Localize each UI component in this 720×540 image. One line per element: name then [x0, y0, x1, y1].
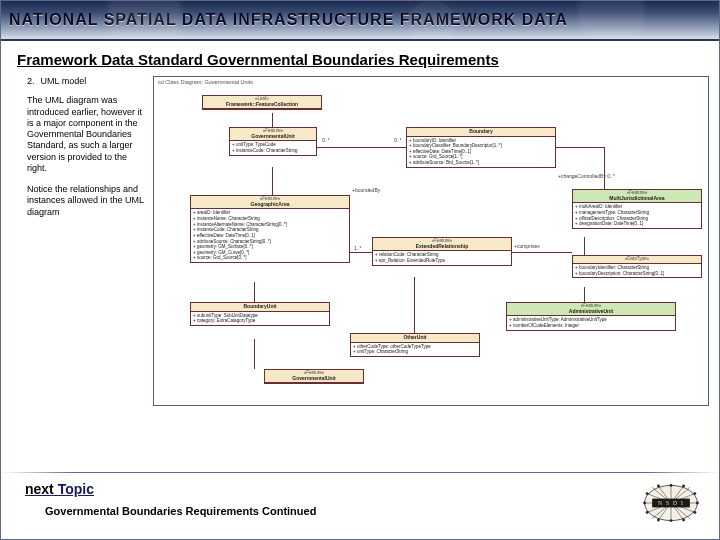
- class-multijurisdictionalarea: «Feature»MultiJurisdictionalArea + multi…: [572, 189, 702, 229]
- nsdi-logo: N S D I: [639, 481, 703, 525]
- svg-point-10: [693, 492, 696, 495]
- class-otherunit: OtherUnit + otherCodeType: otherCodeType…: [350, 333, 480, 357]
- svg-point-14: [670, 519, 673, 522]
- connector: [414, 277, 415, 333]
- connector: [584, 287, 585, 302]
- connector: [254, 282, 255, 302]
- class-boundary: Boundary + boundaryID: Identifier + boun…: [406, 127, 556, 168]
- connector: [604, 147, 605, 189]
- role-changecontrolledby: +changeControlledBy 0..*: [558, 173, 615, 179]
- svg-point-11: [646, 511, 649, 514]
- connector: [584, 237, 585, 255]
- role-boundedby: +boundedBy: [352, 187, 380, 193]
- class-boundaryunit: BoundaryUnit + subunitType: SubUnitDatat…: [190, 302, 330, 326]
- svg-point-9: [646, 492, 649, 495]
- multiplicity: 0..*: [394, 137, 402, 143]
- class-framework-featurecollection: «Leaf»Framework::FeatureCollection: [202, 95, 322, 110]
- next-label-prefix: next: [25, 481, 54, 497]
- side-paragraph-2: Notice the relationships and instances a…: [27, 184, 147, 218]
- connector: [556, 147, 604, 148]
- body-row: 2. UML model The UML diagram was introdu…: [1, 72, 719, 406]
- diagram-title: cd Class Diagram: Governmental Units: [158, 79, 253, 85]
- connector: [317, 147, 406, 148]
- svg-point-19: [657, 519, 660, 522]
- role-comprises: +comprises: [514, 243, 540, 249]
- class-governmentalunit-top: «Feature»GovernmentalUnit + unitType: Ty…: [229, 127, 317, 156]
- next-label-word: Topic: [54, 481, 94, 497]
- list-item-2: 2. UML model: [27, 76, 147, 87]
- slide: NATIONAL SPATIAL DATA INFRASTRUCTURE FRA…: [0, 0, 720, 540]
- svg-point-15: [643, 502, 646, 505]
- connector: [272, 167, 273, 195]
- divider: [1, 472, 719, 473]
- svg-point-20: [682, 519, 685, 522]
- side-paragraph-1: The UML diagram was introduced earlier, …: [27, 95, 147, 174]
- connector: [350, 252, 372, 253]
- svg-point-12: [693, 511, 696, 514]
- multiplicity: 0..*: [322, 137, 330, 143]
- uml-diagram: cd Class Diagram: Governmental Units «Le…: [153, 76, 709, 406]
- connector: [254, 339, 255, 369]
- class-geographicarea: «Feature»GeographicArea + areaID: Identi…: [190, 195, 350, 263]
- svg-point-18: [682, 485, 685, 488]
- connector: [272, 113, 273, 127]
- banner-title: NATIONAL SPATIAL DATA INFRASTRUCTURE FRA…: [9, 11, 568, 29]
- globe-icon: N S D I: [639, 481, 703, 525]
- class-administrativeunit: «Feature»AdministrativeUnit + administra…: [506, 302, 676, 331]
- side-text: 2. UML model The UML diagram was introdu…: [27, 76, 147, 228]
- item-number: 2.: [27, 76, 35, 87]
- next-topic-subtitle: Governmental Boundaries Requirements Con…: [45, 505, 316, 517]
- class-datatype-boundary: «DataType» + boundaryIdentifier: Charact…: [572, 255, 702, 278]
- svg-point-16: [696, 502, 699, 505]
- multiplicity: 1..*: [354, 245, 362, 251]
- logo-text: N S D I: [658, 500, 684, 506]
- item-heading: UML model: [41, 76, 87, 87]
- connector: [512, 252, 572, 253]
- top-banner: NATIONAL SPATIAL DATA INFRASTRUCTURE FRA…: [1, 1, 719, 41]
- svg-point-17: [657, 485, 660, 488]
- next-topic-link[interactable]: next Topic: [25, 481, 94, 497]
- svg-point-13: [670, 484, 673, 487]
- page-title: Framework Data Standard Governmental Bou…: [17, 51, 719, 68]
- class-governmentalunit-bottom: «Feature»GovernmentalUnit: [264, 369, 364, 384]
- class-extendedrelationship: «Feature»ExtendedRelationship + relation…: [372, 237, 512, 266]
